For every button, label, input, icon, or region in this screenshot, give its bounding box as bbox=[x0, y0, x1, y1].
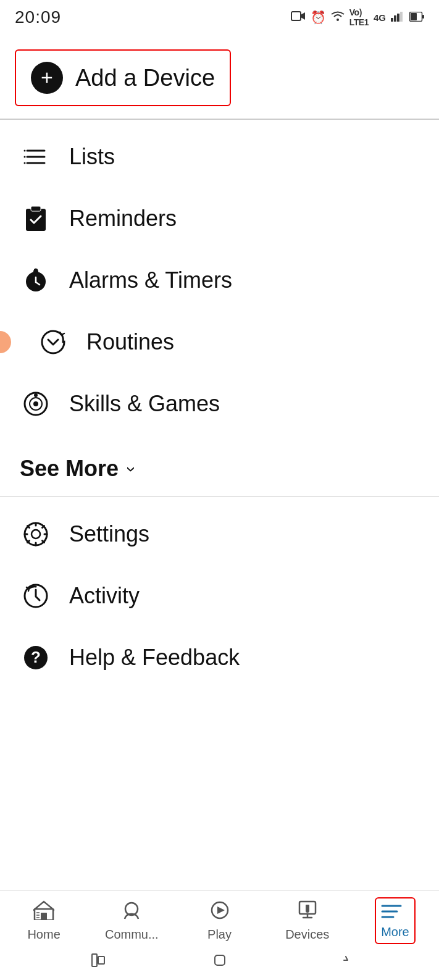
more-icon bbox=[381, 902, 409, 925]
svg-marker-40 bbox=[217, 907, 225, 914]
nav-item-more[interactable]: More bbox=[351, 897, 439, 944]
nav-item-home[interactable]: Home bbox=[0, 900, 88, 942]
settings-label: Settings bbox=[69, 521, 149, 547]
community-icon bbox=[121, 900, 142, 925]
svg-point-22 bbox=[34, 269, 38, 272]
see-more-label: See More bbox=[20, 456, 119, 482]
devices-label: Devices bbox=[285, 928, 329, 942]
skills-icon bbox=[20, 388, 52, 420]
skills-label: Skills & Games bbox=[69, 391, 220, 417]
wifi-icon bbox=[331, 10, 345, 25]
svg-rect-0 bbox=[291, 12, 301, 20]
menu-item-activity[interactable]: Activity bbox=[0, 565, 439, 627]
status-icons: ⏰ Vo)LTE1 4G bbox=[291, 7, 424, 27]
menu-item-alarms[interactable]: Alarms & Timers bbox=[0, 249, 439, 311]
home-icon bbox=[33, 900, 54, 925]
home-label: Home bbox=[27, 928, 60, 942]
status-bar: 20:09 ⏰ Vo)LTE1 4G bbox=[0, 0, 439, 32]
menu-item-settings[interactable]: Settings bbox=[0, 503, 439, 565]
video-icon bbox=[291, 10, 306, 25]
svg-rect-50 bbox=[98, 957, 104, 964]
svg-rect-17 bbox=[31, 206, 41, 211]
community-label: Commu... bbox=[105, 928, 159, 942]
add-device-button[interactable]: + Add a Device bbox=[15, 49, 231, 106]
more-highlight-box: More bbox=[375, 897, 416, 944]
devices-icon bbox=[297, 900, 318, 925]
reminders-label: Reminders bbox=[69, 206, 177, 232]
nav-item-community[interactable]: Commu... bbox=[88, 900, 175, 942]
svg-text:?: ? bbox=[31, 648, 41, 666]
svg-point-45 bbox=[306, 909, 309, 913]
routines-icon bbox=[37, 326, 69, 358]
more-label: More bbox=[381, 925, 409, 939]
android-home[interactable] bbox=[212, 953, 227, 971]
play-label: Play bbox=[207, 928, 232, 942]
settings-list: Settings Activity ? Help & Feedback bbox=[0, 497, 439, 695]
menu-item-lists[interactable]: Lists bbox=[0, 126, 439, 188]
routines-label: Routines bbox=[86, 329, 174, 355]
alarms-icon bbox=[20, 264, 52, 296]
menu-item-reminders[interactable]: Reminders bbox=[0, 188, 439, 249]
see-more-button[interactable]: See More › bbox=[0, 441, 439, 496]
svg-point-26 bbox=[33, 401, 38, 406]
android-back[interactable] bbox=[91, 953, 106, 971]
lists-icon bbox=[20, 141, 52, 173]
bottom-nav: Home Commu... Play bbox=[0, 890, 439, 980]
play-icon bbox=[209, 900, 230, 925]
4g-icon: 4G bbox=[374, 12, 386, 23]
lists-label: Lists bbox=[69, 144, 115, 170]
alarm-icon: ⏰ bbox=[311, 10, 326, 25]
android-recents[interactable] bbox=[334, 953, 349, 971]
alarms-label: Alarms & Timers bbox=[69, 267, 232, 293]
nav-items: Home Commu... Play bbox=[0, 891, 439, 947]
network-text: Vo)LTE1 bbox=[349, 7, 369, 27]
svg-point-28 bbox=[31, 530, 40, 538]
signal-icon bbox=[391, 10, 404, 25]
svg-rect-6 bbox=[400, 12, 403, 22]
settings-icon bbox=[20, 518, 52, 550]
help-label: Help & Feedback bbox=[69, 645, 240, 671]
android-nav-bar bbox=[0, 947, 439, 980]
add-device-section: + Add a Device bbox=[0, 32, 439, 119]
svg-rect-9 bbox=[422, 15, 424, 19]
help-icon: ? bbox=[20, 642, 52, 674]
menu-item-help[interactable]: ? Help & Feedback bbox=[0, 627, 439, 689]
activity-label: Activity bbox=[69, 583, 140, 609]
see-more-chevron: › bbox=[122, 466, 141, 472]
svg-marker-1 bbox=[301, 12, 305, 20]
svg-point-2 bbox=[337, 19, 339, 21]
svg-rect-49 bbox=[92, 954, 97, 966]
bottom-spacer bbox=[0, 695, 439, 806]
svg-rect-5 bbox=[397, 14, 399, 22]
activity-icon bbox=[20, 580, 52, 612]
battery-icon bbox=[409, 10, 424, 25]
menu-list: Lists Reminders Alarms & Timers bbox=[0, 120, 439, 441]
svg-rect-8 bbox=[411, 13, 417, 20]
status-time: 20:09 bbox=[15, 7, 61, 27]
routines-accent bbox=[0, 331, 11, 353]
nav-item-play[interactable]: Play bbox=[175, 900, 263, 942]
add-device-icon: + bbox=[31, 62, 63, 94]
svg-point-27 bbox=[34, 393, 38, 397]
add-device-label: Add a Device bbox=[75, 65, 215, 91]
menu-item-routines[interactable]: Routines bbox=[0, 311, 439, 373]
nav-item-devices[interactable]: Devices bbox=[264, 900, 351, 942]
menu-item-skills[interactable]: Skills & Games bbox=[0, 373, 439, 435]
svg-rect-51 bbox=[215, 955, 225, 965]
svg-rect-34 bbox=[41, 913, 47, 920]
svg-rect-3 bbox=[391, 18, 393, 22]
reminders-icon bbox=[20, 203, 52, 235]
svg-rect-4 bbox=[394, 15, 396, 22]
